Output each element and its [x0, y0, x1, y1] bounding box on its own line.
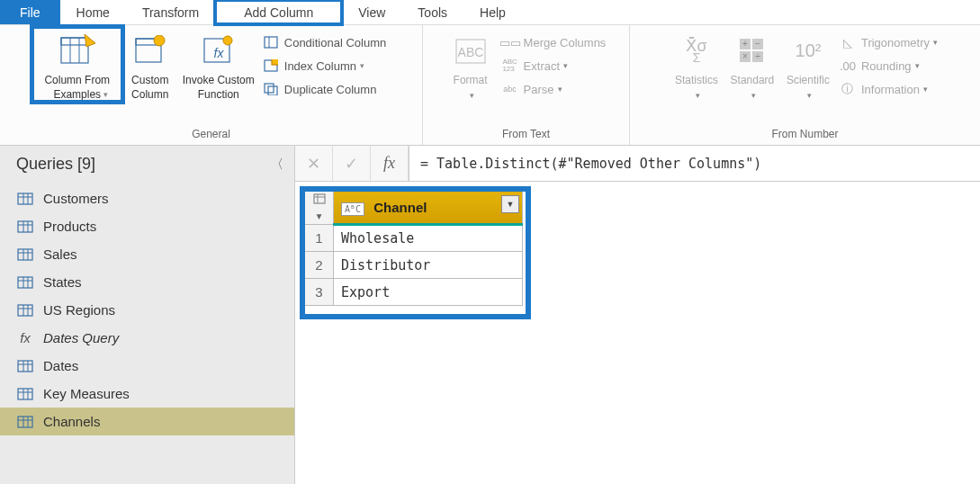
column-from-examples-button[interactable]: Column From Examples [32, 27, 122, 102]
formula-cancel-button[interactable]: ✕ [295, 146, 333, 181]
content-area: Queries [9] 〈 CustomersProductsSalesStat… [0, 146, 980, 484]
grid-corner-button[interactable]: ▾ [305, 192, 334, 225]
invoke-custom-function-button[interactable]: fx Invoke Custom Function [178, 27, 259, 102]
index-column-icon [263, 58, 279, 74]
svg-point-10 [223, 36, 232, 45]
tab-help[interactable]: Help [463, 0, 522, 24]
column-header-label: Channel [373, 200, 427, 215]
statistics-label: Statistics [675, 74, 718, 88]
row-number[interactable]: 2 [305, 252, 334, 279]
custom-column-button[interactable]: Custom Column [122, 27, 178, 102]
query-item-states[interactable]: States [0, 268, 294, 296]
cell-value[interactable]: Distributor [334, 252, 523, 279]
row-number[interactable]: 3 [305, 279, 334, 306]
ribbon-group-from-text-label: From Text [428, 128, 624, 143]
conditional-column-icon [263, 34, 279, 50]
query-item-label: Products [43, 219, 96, 234]
formula-bar: ✕ ✓ fx = Table.Distinct(#"Removed Other … [295, 146, 980, 182]
query-item-dates-query[interactable]: fxDates Query [0, 324, 294, 352]
information-icon: ⓘ [840, 81, 856, 97]
svg-rect-15 [265, 84, 274, 93]
query-item-sales[interactable]: Sales [0, 240, 294, 268]
row-number[interactable]: 1 [305, 225, 334, 252]
svg-rect-42 [18, 277, 32, 288]
cell-value[interactable]: Export [334, 279, 523, 306]
scientific-icon: 10² [787, 31, 830, 70]
standard-icon: +−×÷ [731, 31, 774, 70]
table-row[interactable]: 2Distributor [305, 252, 523, 279]
query-item-us-regions[interactable]: US Regions [0, 296, 294, 324]
statistics-icon: X̄σΣ [675, 31, 718, 70]
dropdown-caret-icon [748, 88, 756, 103]
column-type-icon: AᴮC [341, 202, 364, 216]
dropdown-caret-icon [466, 88, 474, 103]
query-item-key-measures[interactable]: Key Measures [0, 380, 294, 408]
tab-tools[interactable]: Tools [401, 0, 463, 24]
information-button[interactable]: ⓘ Information [836, 77, 941, 101]
ribbon-group-general: Column From Examples Custom Column fx In… [0, 25, 423, 145]
scientific-button[interactable]: 10² Scientific [780, 27, 836, 102]
svg-text:×: × [742, 51, 748, 61]
data-grid: ▾ AᴮC Channel ▼ 1Wholesale2Distributor3E… [304, 191, 523, 306]
query-item-label: US Regions [43, 302, 115, 318]
svg-rect-54 [18, 389, 32, 399]
invoke-custom-function-label: Invoke Custom Function [183, 74, 255, 102]
formula-fx-button[interactable]: fx [371, 146, 409, 181]
standard-button[interactable]: +−×÷ Standard [724, 27, 780, 102]
query-item-label: Customers [43, 191, 109, 206]
conditional-column-label: Conditional Column [284, 36, 386, 49]
collapse-sidebar-button[interactable]: 〈 [271, 157, 283, 173]
rounding-label: Rounding [861, 59, 912, 73]
queries-header: Queries [9] 〈 [0, 146, 294, 184]
parse-button[interactable]: abc Parse [499, 77, 610, 101]
duplicate-column-label: Duplicate Column [284, 83, 377, 96]
rounding-icon: .00 [840, 58, 856, 74]
function-icon: fx [16, 331, 34, 345]
query-item-dates[interactable]: Dates [0, 352, 294, 380]
extract-button[interactable]: ABC123 Extract [499, 54, 610, 77]
conditional-column-button[interactable]: Conditional Column [259, 31, 390, 54]
tab-transform[interactable]: Transform [126, 0, 215, 24]
tab-file[interactable]: File [0, 0, 60, 24]
dropdown-caret-icon [692, 88, 700, 103]
index-column-button[interactable]: Index Column [259, 54, 390, 77]
tab-home[interactable]: Home [60, 0, 126, 24]
tab-view[interactable]: View [342, 0, 401, 24]
query-item-products[interactable]: Products [0, 212, 294, 240]
scientific-label: Scientific [787, 74, 830, 88]
tab-add-column[interactable]: Add Column [215, 0, 342, 24]
cell-value[interactable]: Wholesale [334, 225, 523, 252]
queries-sidebar: Queries [9] 〈 CustomersProductsSalesStat… [0, 146, 295, 484]
query-item-label: Sales [43, 246, 77, 262]
trigonometry-button[interactable]: ◺ Trigonometry [836, 31, 941, 54]
invoke-custom-function-icon: fx [197, 31, 240, 70]
duplicate-column-icon [263, 81, 279, 97]
table-icon [16, 192, 34, 206]
duplicate-column-button[interactable]: Duplicate Column [259, 77, 390, 101]
formula-input[interactable]: = Table.Distinct(#"Removed Other Columns… [409, 146, 980, 181]
main-pane: ✕ ✓ fx = Table.Distinct(#"Removed Other … [295, 146, 980, 484]
table-icon [16, 220, 34, 234]
svg-rect-30 [18, 193, 32, 204]
format-button[interactable]: ABC Format [443, 27, 499, 102]
rounding-button[interactable]: .00 Rounding [836, 54, 941, 77]
statistics-button[interactable]: X̄σΣ Statistics [669, 27, 724, 102]
query-item-label: Dates [43, 358, 78, 373]
table-row[interactable]: 3Export [305, 279, 523, 306]
custom-column-icon [129, 31, 172, 70]
formula-commit-button[interactable]: ✓ [333, 146, 371, 181]
svg-rect-16 [268, 86, 277, 95]
svg-rect-46 [18, 305, 32, 316]
query-item-customers[interactable]: Customers [0, 184, 294, 212]
table-row[interactable]: 1Wholesale [305, 225, 523, 252]
svg-text:fx: fx [213, 46, 224, 60]
column-header-channel[interactable]: AᴮC Channel ▼ [334, 192, 523, 225]
column-from-examples-icon [56, 31, 99, 70]
svg-rect-38 [18, 249, 32, 260]
merge-columns-button[interactable]: ▭▭ Merge Columns [499, 31, 610, 54]
svg-rect-1 [61, 38, 88, 45]
svg-text:+: + [742, 39, 748, 49]
column-filter-button[interactable]: ▼ [501, 195, 519, 213]
query-item-channels[interactable]: Channels [0, 408, 294, 435]
format-icon: ABC [449, 31, 492, 70]
